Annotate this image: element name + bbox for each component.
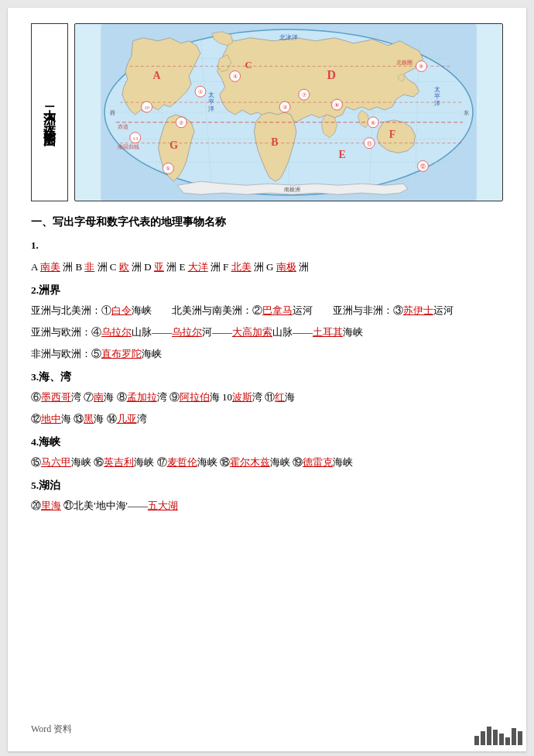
bar2 xyxy=(481,731,485,745)
svg-text:②: ② xyxy=(179,120,183,125)
bar5 xyxy=(499,734,504,745)
bar8 xyxy=(518,731,522,745)
svg-text:⑤: ⑤ xyxy=(166,166,170,171)
svg-text:洋: 洋 xyxy=(434,100,440,107)
q3-line2: ⑫地中海 ⑬黑海 ⑭几亚湾 xyxy=(31,409,503,429)
svg-text:平: 平 xyxy=(434,93,440,100)
q3-label: 3.海、湾 xyxy=(31,370,503,384)
svg-text:南回归线: 南回归线 xyxy=(118,144,139,149)
svg-text:赤道: 赤道 xyxy=(118,124,128,129)
q1-label: 1. xyxy=(31,235,503,256)
svg-text:A: A xyxy=(153,70,161,81)
svg-text:北冰洋: 北冰洋 xyxy=(279,34,298,41)
watermark xyxy=(433,720,526,751)
q2-line1: 亚洲与北美洲：①白令海峡 北美洲与南美洲：②巴拿马运河 亚洲与非洲：③苏伊士运河 xyxy=(31,301,503,321)
footer: Word 资料 xyxy=(31,723,72,736)
svg-text:⑦: ⑦ xyxy=(302,92,306,98)
svg-text:G: G xyxy=(169,139,178,151)
svg-text:⑨: ⑨ xyxy=(419,64,423,69)
svg-text:⑧: ⑧ xyxy=(334,102,339,108)
svg-text:平: 平 xyxy=(208,98,214,105)
svg-text:东: 东 xyxy=(464,110,469,115)
svg-text:太: 太 xyxy=(434,86,440,93)
bar4 xyxy=(493,730,498,745)
svg-text:F: F xyxy=(389,129,395,140)
q4-label: 4.海峡 xyxy=(31,435,503,449)
map-svg: D C B A G F E 太 平 洋 太 平 洋 xyxy=(75,24,502,201)
footer-text: Word 资料 xyxy=(31,723,72,734)
svg-text:南极洲: 南极洲 xyxy=(284,187,300,192)
svg-text:⑥: ⑥ xyxy=(371,120,375,125)
page: 二大洲 大洋轮廓图 xyxy=(8,8,526,751)
svg-text:C: C xyxy=(245,60,252,70)
svg-text:⑫: ⑫ xyxy=(420,163,426,169)
svg-text:太: 太 xyxy=(208,91,214,98)
title-text: 二大洲 大洋轮廓图 xyxy=(39,97,60,128)
watermark-bars xyxy=(474,727,522,745)
q4-line1: ⑮马六甲海峡 ⑯英吉利海峡 ⑰麦哲伦海峡 ⑱霍尔木兹海峡 ⑲德雷克海峡 xyxy=(31,452,503,472)
svg-text:西: 西 xyxy=(110,110,115,115)
svg-text:北极圈: 北极圈 xyxy=(396,60,412,65)
svg-text:③: ③ xyxy=(282,105,287,110)
q1-content: A 南美 洲 B 非 洲 C 欧 洲 D 亚 洲 E 大洋 洲 F 北美 洲 G… xyxy=(31,257,503,277)
svg-text:10: 10 xyxy=(144,105,149,110)
bar7 xyxy=(512,728,516,745)
svg-text:①: ① xyxy=(198,89,203,94)
section1-heading: 一、写出字母和数字代表的地理事物名称 xyxy=(31,215,503,229)
bar1 xyxy=(474,736,479,745)
svg-text:④: ④ xyxy=(233,74,238,79)
q5-line1: ⑳里海 ㉑北美'地中海'——五大湖 xyxy=(31,496,503,516)
svg-text:13: 13 xyxy=(132,136,138,141)
q2-line3: 非洲与欧洲：⑤直布罗陀海峡 xyxy=(31,344,503,364)
svg-text:⑪: ⑪ xyxy=(367,141,372,146)
svg-text:洋: 洋 xyxy=(208,105,214,112)
top-section: 二大洲 大洋轮廓图 xyxy=(31,23,503,201)
world-map: D C B A G F E 太 平 洋 太 平 洋 xyxy=(74,23,503,201)
bar6 xyxy=(505,737,510,745)
svg-text:B: B xyxy=(271,136,278,148)
q5-label: 5.湖泊 xyxy=(31,479,503,493)
svg-text:D: D xyxy=(327,68,336,81)
q3-line1: ⑥墨西哥湾 ⑦南海 ⑧孟加拉湾 ⑨阿拉伯海 10波斯湾 ⑪红海 xyxy=(31,387,503,407)
q2-line2: 亚洲与欧洲：④乌拉尔山脉——乌拉尔河——大高加索山脉——土耳其海峡 xyxy=(31,322,503,342)
q2-label: 2.洲界 xyxy=(31,284,503,297)
title-box: 二大洲 大洋轮廓图 xyxy=(31,23,68,201)
bar3 xyxy=(487,727,491,745)
svg-text:E: E xyxy=(338,149,345,160)
